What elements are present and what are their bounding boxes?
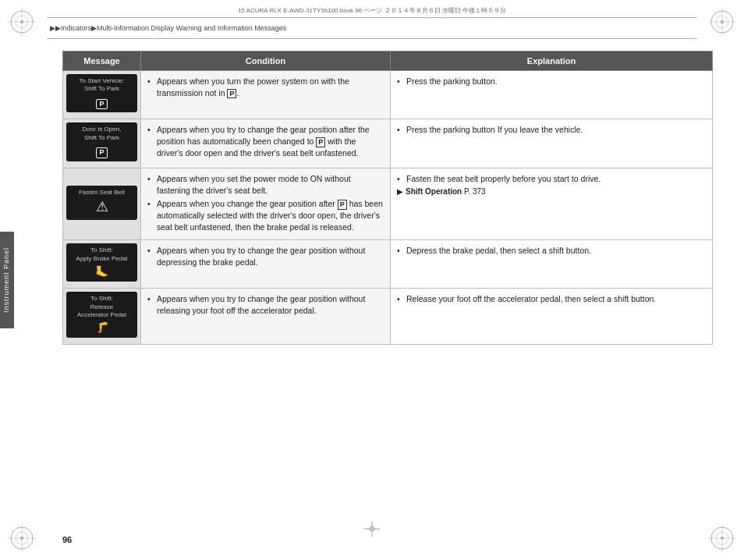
explanation-item-4: Depress the brake pedal, then select a s… bbox=[397, 245, 706, 257]
condition-cell-1: Appears when you turn the power system o… bbox=[141, 71, 391, 119]
header-bar: ▶▶Indicators▶Multi-Information Display W… bbox=[47, 17, 697, 39]
condition-list-4: Appears when you try to change the gear … bbox=[147, 245, 384, 268]
corner-decoration-bl bbox=[8, 524, 36, 552]
condition-item-5: Appears when you try to change the gear … bbox=[147, 293, 384, 316]
print-header: 15 ACURA RLX E-AWD-31TY36100.book 96 ページ… bbox=[47, 6, 697, 15]
message-box-5: To Shift:ReleaseAccelerator Pedal 🦵 bbox=[66, 292, 137, 337]
message-cell-1: To Start Vehicle:Shift To Park P bbox=[63, 71, 141, 119]
side-tab-instrument-panel: Instrument Panel bbox=[0, 232, 14, 328]
shift-operation-link: ▶ Shift Operation P. 373 bbox=[397, 187, 706, 196]
explanation-cell-4: Depress the brake pedal, then select a s… bbox=[391, 240, 713, 289]
explanation-cell-1: Press the parking button. bbox=[391, 71, 713, 119]
condition-cell-5: Appears when you try to change the gear … bbox=[141, 289, 391, 344]
condition-item-3a: Appears when you set the power mode to O… bbox=[147, 173, 384, 196]
p-badge-1: P bbox=[96, 99, 107, 110]
explanation-cell-3: Fasten the seat belt properly before you… bbox=[391, 168, 713, 240]
msg-title-2: Door Is Open,Shift To Park bbox=[70, 126, 133, 142]
breadcrumb: ▶▶Indicators▶Multi-Information Display W… bbox=[50, 24, 286, 32]
corner-decoration-tl bbox=[8, 8, 36, 36]
p-indicator-2: P bbox=[316, 137, 325, 147]
explanation-list-3: Fasten the seat belt properly before you… bbox=[397, 173, 706, 185]
condition-cell-3: Appears when you set the power mode to O… bbox=[141, 168, 391, 240]
explanation-item-2: Press the parking button If you leave th… bbox=[397, 124, 706, 136]
condition-cell-2: Appears when you try to change the gear … bbox=[141, 119, 391, 168]
explanation-cell-5: Release your foot off the accelerator pe… bbox=[391, 289, 713, 344]
condition-list-3: Appears when you set the power mode to O… bbox=[147, 173, 384, 233]
corner-decoration-br bbox=[708, 524, 736, 552]
explanation-list-1: Press the parking button. bbox=[397, 76, 706, 87]
message-cell-2: Door Is Open,Shift To Park P bbox=[63, 119, 141, 168]
condition-list-5: Appears when you try to change the gear … bbox=[147, 293, 384, 316]
bottom-crosshair bbox=[364, 521, 380, 538]
explanation-list-5: Release your foot off the accelerator pe… bbox=[397, 293, 706, 305]
explanation-list-2: Press the parking button If you leave th… bbox=[397, 124, 706, 136]
col-header-message: Message bbox=[63, 51, 141, 71]
msg-title-3: Fasten Seat Belt bbox=[70, 189, 133, 197]
table-row: Fasten Seat Belt ⚠ Appears when you set … bbox=[63, 168, 713, 240]
col-header-condition: Condition bbox=[141, 51, 391, 71]
msg-icon-3: ⚠ bbox=[70, 198, 133, 216]
table-row: To Shift:ReleaseAccelerator Pedal 🦵 Appe… bbox=[63, 289, 713, 344]
condition-item-3b: Appears when you change the gear positio… bbox=[147, 198, 384, 232]
msg-title-5: To Shift:ReleaseAccelerator Pedal bbox=[70, 295, 133, 319]
corner-decoration-tr bbox=[708, 8, 736, 36]
explanation-list-4: Depress the brake pedal, then select a s… bbox=[397, 245, 706, 257]
message-cell-5: To Shift:ReleaseAccelerator Pedal 🦵 bbox=[63, 289, 141, 344]
shift-op-text: Shift Operation P. 373 bbox=[406, 187, 486, 196]
p-indicator: P bbox=[227, 89, 236, 99]
msg-title-1: To Start Vehicle:Shift To Park bbox=[70, 77, 133, 94]
msg-icon-5: 🦵 bbox=[70, 321, 133, 335]
message-cell-4: To Shift:Apply Brake Pedal 🦶 bbox=[63, 240, 141, 289]
explanation-cell-2: Press the parking button If you leave th… bbox=[391, 119, 713, 168]
explanation-item-1: Press the parking button. bbox=[397, 76, 706, 87]
shift-op-icon: ▶ bbox=[397, 187, 403, 196]
condition-list-2: Appears when you try to change the gear … bbox=[147, 124, 384, 158]
msg-icon-4: 🦶 bbox=[70, 264, 133, 278]
condition-item-4: Appears when you try to change the gear … bbox=[147, 245, 384, 268]
table-row: Door Is Open,Shift To Park P Appears whe… bbox=[63, 119, 713, 168]
message-cell-3: Fasten Seat Belt ⚠ bbox=[63, 168, 141, 240]
main-content: Message Condition Explanation To Start V… bbox=[62, 51, 713, 521]
warning-messages-table: Message Condition Explanation To Start V… bbox=[62, 51, 713, 345]
message-box-4: To Shift:Apply Brake Pedal 🦶 bbox=[66, 243, 137, 282]
message-box-2: Door Is Open,Shift To Park P bbox=[66, 122, 137, 161]
message-box-3: Fasten Seat Belt ⚠ bbox=[66, 186, 137, 220]
condition-cell-4: Appears when you try to change the gear … bbox=[141, 240, 391, 289]
page-number: 96 bbox=[62, 535, 72, 544]
explanation-item-5: Release your foot off the accelerator pe… bbox=[397, 293, 706, 305]
condition-item-2: Appears when you try to change the gear … bbox=[147, 124, 384, 158]
table-row: To Shift:Apply Brake Pedal 🦶 Appears whe… bbox=[63, 240, 713, 289]
table-row: To Start Vehicle:Shift To Park P Appears… bbox=[63, 71, 713, 119]
p-badge-2: P bbox=[96, 147, 107, 158]
msg-icon-1: P bbox=[70, 95, 133, 110]
msg-title-4: To Shift:Apply Brake Pedal bbox=[70, 246, 133, 263]
msg-icon-2: P bbox=[70, 144, 133, 158]
condition-item-1: Appears when you turn the power system o… bbox=[147, 76, 384, 98]
condition-list-1: Appears when you turn the power system o… bbox=[147, 76, 384, 98]
message-box-1: To Start Vehicle:Shift To Park P bbox=[66, 74, 137, 112]
col-header-explanation: Explanation bbox=[391, 51, 713, 71]
explanation-item-3: Fasten the seat belt properly before you… bbox=[397, 173, 706, 185]
p-indicator-3: P bbox=[338, 200, 347, 210]
